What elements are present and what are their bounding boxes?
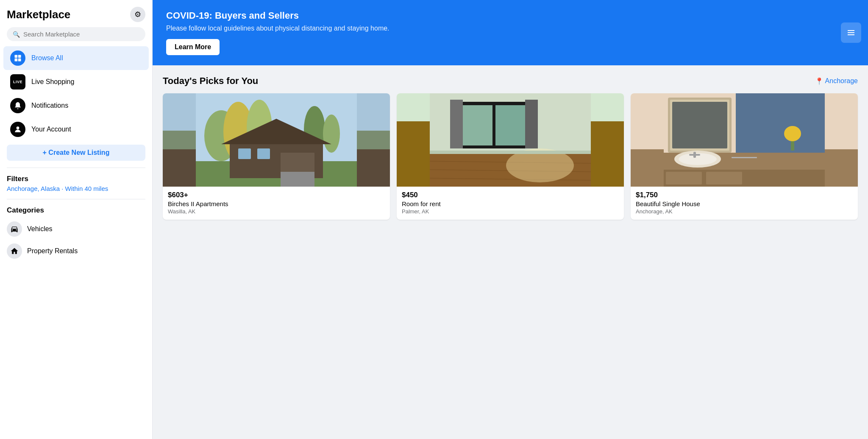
- listing-name-1: Birches II Apartments: [168, 200, 385, 207]
- svg-rect-34: [672, 102, 727, 148]
- categories-section: Categories Vehicles Property Rentals: [0, 203, 152, 266]
- picks-section: Today's Picks for You 📍 Anchorage: [153, 65, 868, 230]
- live-shopping-icon: LIVE: [10, 74, 25, 89]
- location-label: Anchorage: [825, 77, 858, 85]
- listing-card-2[interactable]: $450 Room for rent Palmer, AK: [397, 93, 624, 220]
- listing-info-3: $1,750 Beautiful Single House Anchorage,…: [631, 187, 858, 220]
- category-property-rentals[interactable]: Property Rentals: [7, 240, 145, 262]
- listings-grid: $603+ Birches II Apartments Wasilla, AK: [163, 93, 858, 220]
- filters-label: Filters: [7, 175, 145, 183]
- sidebar-header: Marketplace ⚙: [0, 7, 152, 27]
- svg-rect-30: [430, 151, 591, 154]
- sidebar-item-notifications[interactable]: Notifications: [3, 94, 149, 117]
- listing-location-2: Palmer, AK: [402, 208, 619, 215]
- svg-rect-24: [525, 100, 538, 148]
- listing-image-2: [397, 93, 624, 187]
- browse-all-icon: [10, 50, 25, 66]
- svg-rect-41: [689, 154, 700, 156]
- search-input[interactable]: [23, 31, 139, 38]
- svg-rect-3: [18, 59, 21, 62]
- listing-info-1: $603+ Birches II Apartments Wasilla, AK: [163, 187, 390, 220]
- divider-2: [7, 199, 145, 199]
- sidebar-item-your-account[interactable]: Your Account: [3, 117, 149, 141]
- location-pin-icon: 📍: [815, 77, 823, 85]
- sidebar: Marketplace ⚙ 🔍 Browse All LIVE Live Sho…: [0, 0, 153, 439]
- listing-location-3: Anchorage, AK: [636, 208, 853, 215]
- notifications-label: Notifications: [31, 102, 68, 109]
- location-filter[interactable]: 📍 Anchorage: [815, 77, 858, 85]
- sidebar-title: Marketplace: [7, 8, 70, 21]
- learn-more-label: Learn More: [175, 43, 211, 50]
- listing-image-1: [163, 93, 390, 187]
- picks-title: Today's Picks for You: [163, 75, 258, 87]
- svg-point-47: [784, 126, 801, 141]
- covid-banner-subtitle: Please follow local guidelines about phy…: [166, 25, 854, 32]
- create-listing-label: + Create New Listing: [43, 149, 110, 157]
- svg-rect-43: [666, 172, 702, 185]
- svg-point-4: [17, 126, 19, 129]
- property-rentals-icon: [7, 243, 22, 259]
- picks-header: Today's Picks for You 📍 Anchorage: [163, 75, 858, 87]
- listing-price-1: $603+: [168, 191, 385, 199]
- account-icon: [10, 122, 25, 137]
- sidebar-item-live-shopping[interactable]: LIVE Live Shopping: [3, 70, 149, 94]
- sidebar-item-browse-all[interactable]: Browse All: [3, 46, 149, 70]
- listing-name-3: Beautiful Single House: [636, 200, 853, 207]
- svg-rect-17: [281, 172, 314, 187]
- vehicles-icon: [7, 221, 22, 237]
- svg-rect-36: [736, 93, 825, 153]
- create-listing-button[interactable]: + Create New Listing: [7, 145, 145, 161]
- your-account-label: Your Account: [31, 126, 71, 133]
- listing-info-2: $450 Room for rent Palmer, AK: [397, 187, 624, 220]
- listing-price-2: $450: [402, 191, 619, 199]
- covid-banner-title: COVID-19: Buyers and Sellers: [166, 10, 854, 21]
- svg-rect-2: [15, 59, 18, 62]
- svg-rect-15: [238, 148, 251, 159]
- browse-all-label: Browse All: [31, 54, 63, 62]
- listing-image-3: [631, 93, 858, 187]
- vehicles-label: Vehicles: [27, 225, 53, 233]
- covid-banner: COVID-19: Buyers and Sellers Please foll…: [153, 0, 868, 65]
- banner-right-icon: [841, 22, 861, 43]
- notifications-icon: [10, 98, 25, 113]
- svg-rect-16: [257, 148, 270, 159]
- filters-section: Filters Anchorage, Alaska · Within 40 mi…: [0, 171, 152, 196]
- property-rentals-label: Property Rentals: [27, 247, 78, 255]
- svg-rect-21: [459, 105, 492, 145]
- svg-rect-45: [732, 157, 757, 158]
- live-shopping-label: Live Shopping: [31, 78, 74, 86]
- listing-name-2: Room for rent: [402, 200, 619, 207]
- listing-price-3: $1,750: [636, 191, 853, 199]
- categories-label: Categories: [7, 206, 145, 215]
- search-icon: 🔍: [13, 31, 20, 38]
- listing-location-1: Wasilla, AK: [168, 208, 385, 215]
- gear-icon: ⚙: [134, 10, 141, 19]
- learn-more-button[interactable]: Learn More: [166, 39, 220, 55]
- divider-1: [7, 168, 145, 168]
- listing-card-3[interactable]: $1,750 Beautiful Single House Anchorage,…: [631, 93, 858, 220]
- svg-point-10: [323, 115, 340, 153]
- svg-rect-0: [15, 55, 18, 58]
- svg-rect-22: [495, 105, 529, 145]
- filter-location-value[interactable]: Anchorage, Alaska · Within 40 miles: [7, 185, 145, 192]
- svg-rect-44: [706, 172, 742, 185]
- category-vehicles[interactable]: Vehicles: [7, 218, 145, 240]
- svg-rect-1: [18, 55, 21, 58]
- settings-button[interactable]: ⚙: [130, 7, 145, 22]
- svg-rect-23: [450, 100, 463, 148]
- search-bar-container: 🔍: [7, 27, 145, 41]
- listing-card-1[interactable]: $603+ Birches II Apartments Wasilla, AK: [163, 93, 390, 220]
- main-content: COVID-19: Buyers and Sellers Please foll…: [153, 0, 868, 439]
